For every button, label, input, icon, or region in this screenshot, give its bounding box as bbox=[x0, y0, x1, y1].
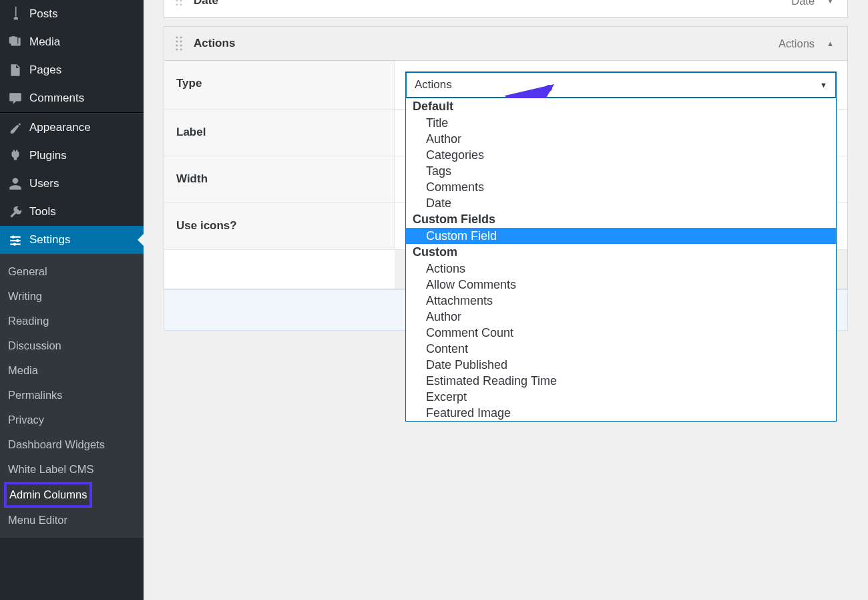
type-select[interactable]: Actions ▼ DefaultTitleAuthorCategoriesTa… bbox=[405, 71, 837, 98]
sidebar-item-tools[interactable]: Tools bbox=[0, 198, 144, 226]
field-label: Type bbox=[164, 61, 395, 109]
svg-point-15 bbox=[176, 49, 178, 51]
slider-icon bbox=[8, 233, 23, 247]
dropdown-group-custom-fields: Custom Fields bbox=[406, 211, 836, 228]
dropdown-group-custom: Custom bbox=[406, 244, 836, 261]
svg-point-0 bbox=[12, 235, 15, 238]
svg-point-1 bbox=[16, 239, 19, 242]
main-content: Date Date ▼ Actions Actions ▲ Type Actio… bbox=[144, 0, 868, 600]
settings-submenu: GeneralWritingReadingDiscussionMediaPerm… bbox=[0, 254, 144, 538]
sidebar-item-label: Appearance bbox=[29, 121, 91, 134]
media-icon bbox=[8, 35, 23, 49]
svg-point-2 bbox=[13, 243, 16, 245]
sidebar-item-label: Plugins bbox=[29, 149, 67, 162]
column-right: Actions ▲ bbox=[779, 37, 847, 50]
submenu-item-privacy[interactable]: Privacy bbox=[0, 408, 144, 432]
type-dropdown[interactable]: DefaultTitleAuthorCategoriesTagsComments… bbox=[405, 98, 837, 422]
dropdown-option[interactable]: Allow Comments bbox=[406, 277, 836, 293]
svg-point-5 bbox=[176, 0, 178, 2]
sidebar-item-posts[interactable]: Posts bbox=[0, 0, 144, 28]
sidebar-item-label: Comments bbox=[29, 92, 84, 105]
dropdown-option[interactable]: Date Published bbox=[406, 357, 836, 373]
submenu-item-general[interactable]: General bbox=[0, 259, 144, 284]
sidebar-item-label: Posts bbox=[29, 7, 58, 21]
user-icon bbox=[8, 176, 23, 191]
column-right: Date ▼ bbox=[791, 0, 847, 7]
submenu-item-reading[interactable]: Reading bbox=[0, 309, 144, 333]
column-row-actions[interactable]: Actions Actions ▲ bbox=[164, 26, 848, 61]
svg-point-13 bbox=[176, 45, 178, 47]
submenu-item-permalinks[interactable]: Permalinks bbox=[0, 383, 144, 408]
svg-point-12 bbox=[180, 41, 182, 43]
dropdown-option[interactable]: Estimated Reading Time bbox=[406, 373, 836, 389]
chevron-down-icon: ▼ bbox=[820, 81, 827, 89]
dropdown-option[interactable]: Attachments bbox=[406, 293, 836, 309]
dropdown-option[interactable]: Categories bbox=[406, 147, 836, 163]
chevron-down-icon[interactable]: ▼ bbox=[827, 0, 834, 5]
select-box[interactable]: Actions ▼ bbox=[405, 71, 837, 98]
sidebar-item-label: Settings bbox=[29, 233, 70, 247]
svg-point-7 bbox=[176, 4, 178, 6]
submenu-item-media[interactable]: Media bbox=[0, 358, 144, 383]
dropdown-option[interactable]: Author bbox=[406, 131, 836, 147]
svg-point-8 bbox=[180, 4, 182, 6]
sidebar-item-label: Tools bbox=[29, 205, 56, 218]
drag-handle-icon[interactable] bbox=[164, 0, 194, 7]
submenu-item-white-label-cms[interactable]: White Label CMS bbox=[0, 457, 144, 482]
plug-icon bbox=[8, 148, 23, 163]
chevron-up-icon[interactable]: ▲ bbox=[827, 39, 834, 47]
dropdown-option[interactable]: Content bbox=[406, 341, 836, 357]
submenu-item-menu-editor[interactable]: Menu Editor bbox=[0, 508, 144, 533]
svg-point-10 bbox=[180, 37, 182, 39]
pin-icon bbox=[8, 7, 23, 21]
dropdown-option[interactable]: Excerpt bbox=[406, 389, 836, 405]
svg-point-14 bbox=[180, 45, 182, 47]
dropdown-group-default: Default bbox=[406, 98, 836, 115]
sidebar-item-plugins[interactable]: Plugins bbox=[0, 142, 144, 170]
svg-point-9 bbox=[176, 37, 178, 39]
drag-handle-icon[interactable] bbox=[164, 35, 194, 51]
field-label: Label bbox=[164, 110, 395, 156]
column-name: Date bbox=[194, 0, 791, 7]
dropdown-option[interactable]: Date bbox=[406, 195, 836, 211]
submenu-item-admin-columns[interactable]: Admin Columns bbox=[4, 482, 92, 508]
sidebar-item-settings[interactable]: Settings bbox=[0, 226, 144, 254]
dropdown-option[interactable]: Tags bbox=[406, 163, 836, 179]
sidebar-item-users[interactable]: Users bbox=[0, 170, 144, 198]
dropdown-option[interactable]: Title bbox=[406, 115, 836, 131]
svg-point-6 bbox=[180, 0, 182, 2]
dropdown-option[interactable]: Custom Field bbox=[406, 228, 836, 244]
sidebar-item-label: Pages bbox=[29, 63, 61, 77]
column-name: Actions bbox=[194, 37, 779, 50]
field-row-type: Type Actions ▼ DefaultTitleAuthorCategor… bbox=[164, 61, 847, 110]
submenu-item-discussion[interactable]: Discussion bbox=[0, 333, 144, 358]
sidebar-item-label: Users bbox=[29, 177, 59, 190]
dropdown-option[interactable]: Author bbox=[406, 309, 836, 325]
brush-icon bbox=[8, 120, 23, 135]
page-icon bbox=[8, 63, 23, 78]
sidebar-item-pages[interactable]: Pages bbox=[0, 56, 144, 84]
sidebar-item-label: Media bbox=[29, 35, 60, 49]
svg-point-11 bbox=[176, 41, 178, 43]
field-label: Width bbox=[164, 156, 395, 202]
svg-point-16 bbox=[180, 49, 182, 51]
submenu-item-dashboard-widgets[interactable]: Dashboard Widgets bbox=[0, 432, 144, 457]
sidebar-item-media[interactable]: Media bbox=[0, 28, 144, 56]
admin-sidebar: PostsMediaPagesCommentsAppearancePlugins… bbox=[0, 0, 144, 600]
sidebar-item-comments[interactable]: Comments bbox=[0, 84, 144, 113]
dropdown-option[interactable]: Comments bbox=[406, 179, 836, 195]
wrench-icon bbox=[8, 204, 23, 219]
submenu-item-writing[interactable]: Writing bbox=[0, 284, 144, 309]
comment-icon bbox=[8, 91, 23, 106]
dropdown-option[interactable]: Comment Count bbox=[406, 325, 836, 341]
column-row-date[interactable]: Date Date ▼ bbox=[164, 0, 848, 18]
column-settings-panel: Type Actions ▼ DefaultTitleAuthorCategor… bbox=[164, 61, 848, 289]
dropdown-option[interactable]: Actions bbox=[406, 261, 836, 277]
sidebar-item-appearance[interactable]: Appearance bbox=[0, 114, 144, 142]
field-label: Use icons? bbox=[164, 203, 395, 249]
dropdown-option[interactable]: Featured Image bbox=[406, 405, 836, 421]
